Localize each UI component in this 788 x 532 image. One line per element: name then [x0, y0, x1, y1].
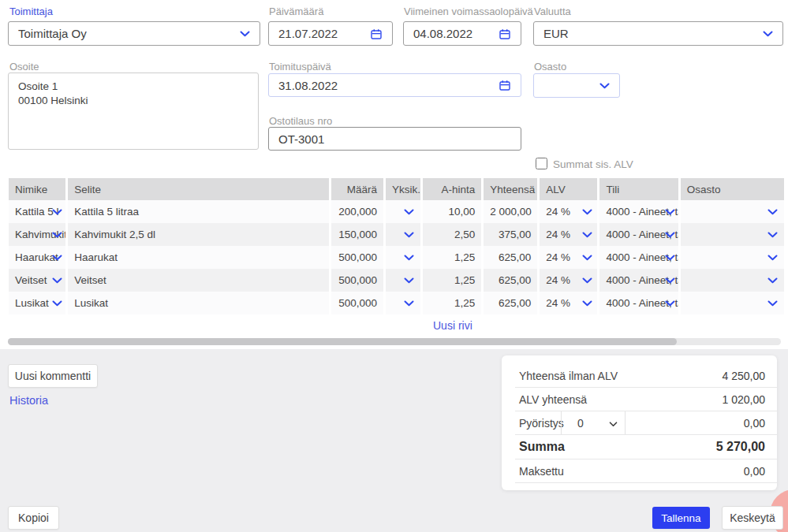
yhteensa-cell: 625,00	[484, 246, 537, 269]
tallenna-button[interactable]: Tallenna	[652, 507, 710, 529]
toimituspaiva-input[interactable]: 31.08.2022	[268, 73, 521, 97]
maara-cell[interactable]: 150,000	[331, 223, 383, 246]
osoite-textarea[interactable]: Osoite 1 00100 Helsinki	[8, 73, 259, 150]
uusi-kommentti-button[interactable]: Uusi kommentti	[8, 364, 98, 388]
chevron-down-icon	[404, 255, 414, 261]
calendar-icon[interactable]	[370, 28, 383, 40]
yhteensa-cell: 625,00	[484, 292, 537, 314]
nimike-select[interactable]: Kahvimukit 2	[9, 223, 65, 246]
tili-select[interactable]: 4000 - Aineet, tar	[599, 223, 678, 246]
ostotilaus-nro-input[interactable]	[268, 127, 521, 151]
yksikko-select[interactable]	[386, 292, 420, 314]
col-header-alv: ALV	[540, 178, 597, 200]
maara-cell[interactable]: 200,000	[331, 200, 383, 223]
table-row: Veitset Veitset 500,000 1,25 625,00 24 %…	[9, 269, 784, 292]
paivamaara-input[interactable]: 21.07.2022	[268, 21, 393, 46]
paid-label: Maksettu	[519, 465, 564, 478]
chevron-down-icon	[767, 255, 778, 261]
alv-select[interactable]: 24 %	[540, 223, 597, 246]
col-header-selite: Selite	[68, 178, 329, 200]
a-hinta-cell[interactable]: 2,50	[423, 223, 481, 246]
yksikko-select[interactable]	[386, 200, 420, 223]
summat-sis-alv-checkbox[interactable]	[536, 158, 547, 169]
chevron-down-icon	[665, 255, 675, 261]
alv-select[interactable]: 24 %	[540, 292, 597, 314]
sum-value: 5 270,00	[716, 440, 765, 454]
valuutta-select[interactable]: EUR	[533, 21, 783, 46]
nimike-select[interactable]: Veitset	[9, 269, 65, 292]
paivamaara-label: Päivämäärä	[269, 6, 323, 17]
yksikko-select[interactable]	[386, 269, 420, 292]
osasto-select[interactable]	[681, 269, 784, 292]
chevron-down-icon	[582, 300, 592, 307]
selite-cell[interactable]: Kahvimukit 2,5 dl	[68, 223, 329, 246]
maara-cell[interactable]: 500,000	[331, 246, 383, 269]
osasto-select[interactable]	[681, 223, 784, 246]
ostotilaus-nro-label: Ostotilaus nro	[269, 115, 332, 127]
tili-select[interactable]: 4000 - Aineet, tar	[599, 200, 678, 223]
col-header-tili: Tili	[599, 178, 678, 200]
chevron-down-icon	[52, 300, 62, 307]
yhteensa-cell: 625,00	[484, 269, 537, 292]
tili-select[interactable]: 4000 - Aineet, tar	[599, 269, 678, 292]
a-hinta-cell[interactable]: 1,25	[423, 269, 481, 292]
osasto-select[interactable]	[533, 73, 620, 98]
yksikko-select[interactable]	[386, 246, 420, 269]
keskeyta-button[interactable]: Keskeytä	[722, 506, 783, 530]
osoite-label: Osoite	[9, 61, 39, 73]
tili-select[interactable]: 4000 - Aineet, tar	[599, 292, 678, 314]
nimike-select[interactable]: Kattila 5 l	[9, 200, 65, 223]
chevron-down-icon	[767, 277, 778, 284]
selite-cell[interactable]: Lusikat	[68, 292, 329, 314]
toimituspaiva-label: Toimituspäivä	[269, 61, 331, 73]
calendar-icon[interactable]	[499, 79, 511, 91]
alv-select[interactable]: 24 %	[540, 246, 597, 269]
table-row: Kattila 5 l Kattila 5 litraa 200,000 10,…	[9, 200, 784, 223]
alv-select[interactable]: 24 %	[540, 200, 597, 223]
total-row-vat: ALV yhteensä 1 020,00	[515, 388, 777, 411]
nimike-select[interactable]: Lusikat	[9, 292, 65, 314]
osasto-select[interactable]	[681, 200, 784, 223]
ostotilaus-nro-value[interactable]	[278, 132, 511, 146]
calendar-icon[interactable]	[499, 28, 511, 40]
tili-select[interactable]: 4000 - Aineet, tar	[599, 246, 678, 269]
yhteensa-cell: 375,00	[484, 223, 537, 246]
chevron-down-icon	[767, 232, 778, 238]
viimeinen-voimassaolopaiva-input[interactable]: 04.08.2022	[403, 21, 521, 46]
purchase-order-form: Toimittaja Päivämäärä Viimeinen voimassa…	[0, 0, 788, 532]
table-header-row: Nimike Selite Määrä Yksik... A-hinta Yht…	[9, 178, 784, 200]
valuutta-label: Valuutta	[534, 6, 571, 17]
alv-select[interactable]: 24 %	[540, 269, 597, 292]
maara-cell[interactable]: 500,000	[331, 269, 383, 292]
maara-cell[interactable]: 500,000	[331, 292, 383, 314]
a-hinta-cell[interactable]: 10,00	[423, 200, 481, 223]
vat-total-value: 1 020,00	[723, 393, 766, 406]
osasto-select[interactable]	[681, 292, 784, 314]
kopioi-button[interactable]: Kopioi	[8, 506, 59, 530]
chevron-down-icon	[767, 300, 778, 307]
chevron-down-icon	[582, 255, 592, 261]
col-header-yhteensa: Yhteensä ...	[484, 178, 537, 200]
total-row-rounding: Pyöristys 0 0,00	[515, 411, 777, 435]
a-hinta-cell[interactable]: 1,25	[423, 292, 481, 314]
rounding-select[interactable]: 0	[561, 411, 626, 434]
chevron-down-icon	[52, 232, 62, 238]
subtotal-value: 4 250,00	[723, 370, 766, 382]
subtotal-label: Yhteensä ilman ALV	[519, 370, 618, 382]
chevron-down-icon	[582, 232, 592, 238]
chevron-down-icon	[599, 83, 610, 89]
horizontal-scrollbar[interactable]	[8, 338, 781, 345]
totals-card: Yhteensä ilman ALV 4 250,00 ALV yhteensä…	[502, 355, 777, 490]
chevron-down-icon	[404, 277, 414, 284]
uusi-rivi-link[interactable]: Uusi rivi	[433, 319, 472, 332]
toimittaja-select[interactable]: Toimittaja Oy	[8, 21, 260, 46]
selite-cell[interactable]: Veitset	[68, 269, 329, 292]
nimike-select[interactable]: Haarukat	[9, 246, 65, 269]
yksikko-select[interactable]	[386, 223, 420, 246]
historia-link[interactable]: Historia	[9, 394, 48, 407]
selite-cell[interactable]: Haarukat	[68, 246, 329, 269]
a-hinta-cell[interactable]: 1,25	[423, 246, 481, 269]
scrollbar-thumb[interactable]	[8, 338, 677, 345]
osasto-select[interactable]	[681, 246, 784, 269]
selite-cell[interactable]: Kattila 5 litraa	[68, 200, 329, 223]
